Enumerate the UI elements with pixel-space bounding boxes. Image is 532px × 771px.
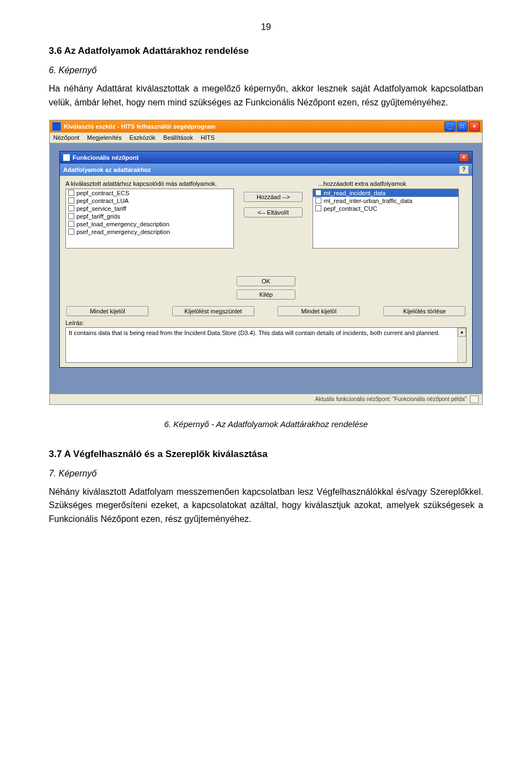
app-client-area: Funkcionális nézőpont × Adatfolyamok az … — [50, 143, 482, 394]
checkbox-icon[interactable] — [315, 197, 321, 204]
right-listbox[interactable]: mt_read_incident_data mt_read_inter-urba… — [313, 189, 459, 248]
checkbox-icon[interactable] — [68, 197, 74, 204]
status-text: Aktuális funkcionális nézőpont: "Funkcio… — [315, 396, 467, 402]
list-item: pepf_contract_CUC — [313, 205, 458, 212]
statusbar: Aktuális funkcionális nézőpont: "Funkcio… — [50, 394, 482, 404]
left-listbox[interactable]: pepf_contract_ECS pepf_contract_LUA pepf… — [65, 189, 234, 248]
page-number: 19 — [49, 22, 483, 32]
checkbox-icon[interactable] — [68, 205, 74, 211]
section-heading-3-7: 3.7 A Végfelhasználó és a Szereplők kivá… — [49, 449, 483, 460]
screen-label-7: 7. Képernyő — [49, 469, 483, 479]
screen-label-6: 6. Képernyő — [49, 65, 483, 75]
checkbox-icon[interactable] — [68, 229, 74, 235]
scrollbar[interactable]: ▲ — [457, 328, 466, 362]
list-item: psef_load_emergency_description — [66, 220, 233, 228]
menu-nezopont[interactable]: Nézőpont — [53, 134, 79, 141]
checkbox-icon[interactable] — [315, 205, 321, 211]
menu-beallitasok[interactable]: Beállítások — [163, 134, 193, 141]
paragraph-3-7: Néhány kiválasztott Adatfolyam messzemen… — [49, 485, 483, 526]
paragraph-3-6: Ha néhány Adattárat kiválasztottak a meg… — [49, 82, 483, 110]
app-icon — [52, 122, 61, 131]
dialog-subtitle: Adatfolyamok az adattárakhoz — [63, 166, 151, 173]
right-list-label: ...hozzáadott extra adatfolyamok — [318, 180, 467, 187]
description-text: It contains data that is being read from… — [69, 329, 439, 336]
dialog-title: Funkcionális nézőpont — [73, 154, 139, 161]
description-label: Leírás: — [65, 319, 467, 326]
kilep-button[interactable]: Kilép — [237, 290, 295, 300]
dialog-help-button[interactable]: ? — [459, 165, 469, 174]
checkbox-icon[interactable] — [68, 190, 74, 196]
dialog-subtitle-bar: Adatfolyamok az adattárakhoz ? — [60, 164, 472, 176]
window-maximize-button[interactable]: □ — [457, 121, 468, 131]
menu-hits[interactable]: HITS — [201, 134, 214, 141]
select-all-left-button[interactable]: Mindet kijelöl — [66, 306, 149, 316]
section-heading-3-6: 3.6 Az Adatfolyamok Adattárakhoz rendelé… — [49, 45, 483, 57]
window-titlebar[interactable]: Kiválasztó eszköz - HITS felhasználói se… — [50, 120, 482, 133]
transfer-buttons: Hozzáad --> <-- Eltávolít — [237, 189, 309, 248]
select-all-right-button[interactable]: Mindet kijelöl — [278, 306, 360, 316]
list-item: pepf_tariff_grids — [66, 212, 233, 220]
status-icon — [470, 395, 479, 403]
checkbox-icon[interactable] — [315, 190, 321, 196]
list-item: mt_read_inter-urban_traffic_data — [313, 197, 458, 205]
dialog-close-button[interactable]: × — [459, 153, 469, 162]
dialog-icon — [63, 154, 70, 161]
menu-eszkozok[interactable]: Eszközök — [129, 134, 155, 141]
add-button[interactable]: Hozzáad --> — [244, 192, 303, 202]
screenshot-window: Kiválasztó eszköz - HITS felhasználói se… — [49, 120, 483, 405]
deselect-left-button[interactable]: Kijelölést megszüntet — [172, 306, 254, 316]
window-close-button[interactable]: × — [469, 121, 480, 131]
window-minimize-button[interactable]: _ — [444, 121, 456, 131]
list-item: pepf_contract_ECS — [66, 189, 233, 197]
list-item: pepf_service_tariff — [66, 205, 233, 212]
description-textbox[interactable]: It contains data that is being read from… — [65, 327, 467, 363]
list-item: mt_read_incident_data — [313, 189, 458, 197]
ok-button[interactable]: OK — [237, 276, 295, 286]
checkbox-icon[interactable] — [68, 221, 74, 227]
dialog-content: A kiválasztott adattárhoz kapcsolódó más… — [60, 176, 472, 367]
checkbox-icon[interactable] — [68, 213, 74, 219]
figure-caption: 6. Képernyő - Az Adatfolyamok Adattárakh… — [49, 419, 483, 429]
menu-megjelenites[interactable]: Megjelenítés — [87, 134, 121, 141]
left-list-label: A kiválasztott adattárhoz kapcsolódó más… — [65, 180, 318, 187]
menubar: Nézőpont Megjelenítés Eszközök Beállítás… — [50, 133, 482, 143]
clear-selection-button[interactable]: Kijelölés törlése — [383, 306, 466, 316]
dialog-titlebar[interactable]: Funkcionális nézőpont × — [60, 151, 472, 164]
scroll-up-icon[interactable]: ▲ — [458, 328, 466, 337]
window-title: Kiválasztó eszköz - HITS felhasználói se… — [64, 123, 216, 130]
dialog-window: Funkcionális nézőpont × Adatfolyamok az … — [59, 151, 473, 368]
list-item: psef_read_emergency_description — [66, 228, 233, 236]
remove-button[interactable]: <-- Eltávolít — [244, 207, 303, 217]
list-item: pepf_contract_LUA — [66, 197, 233, 205]
